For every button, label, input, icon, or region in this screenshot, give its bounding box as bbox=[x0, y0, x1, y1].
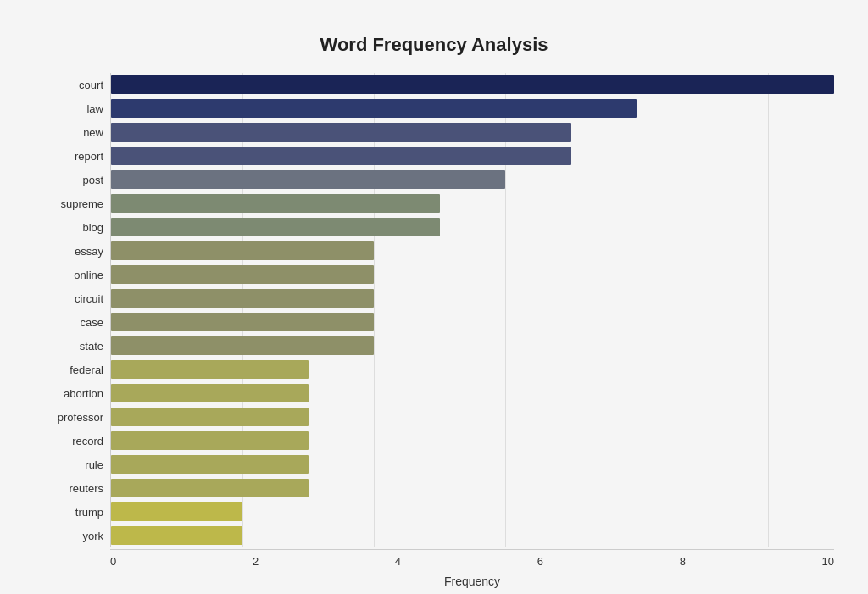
x-tick: 4 bbox=[395, 555, 401, 568]
x-tick: 10 bbox=[822, 555, 834, 568]
y-label: post bbox=[82, 168, 103, 192]
grid-line bbox=[242, 73, 243, 547]
bar bbox=[111, 455, 309, 474]
bar bbox=[111, 336, 374, 355]
x-axis-label: Frequency bbox=[110, 575, 834, 588]
bars-area bbox=[110, 73, 834, 547]
y-axis: courtlawnewreportpostsupremeblogessayonl… bbox=[34, 73, 110, 588]
x-tick: 8 bbox=[680, 555, 686, 568]
bar-row bbox=[111, 73, 834, 97]
y-label: professor bbox=[58, 405, 103, 429]
bar bbox=[111, 194, 440, 213]
bar bbox=[111, 360, 309, 379]
grid-lines bbox=[111, 73, 834, 547]
bar bbox=[111, 313, 374, 331]
bars-and-xaxis: 0246810 Frequency bbox=[110, 73, 834, 588]
chart-container: Word Frequency Analysis courtlawnewrepor… bbox=[17, 17, 851, 594]
y-label: online bbox=[74, 263, 103, 286]
bar bbox=[111, 526, 242, 545]
y-label: supreme bbox=[60, 192, 103, 215]
x-tick: 6 bbox=[537, 555, 543, 568]
y-label: essay bbox=[75, 239, 103, 263]
bar bbox=[111, 479, 309, 497]
bar bbox=[111, 408, 309, 426]
bar bbox=[111, 384, 309, 402]
y-label: trump bbox=[75, 500, 103, 524]
x-tick: 0 bbox=[110, 555, 116, 568]
bar bbox=[111, 147, 571, 165]
y-label: law bbox=[86, 97, 103, 120]
bar bbox=[111, 75, 834, 94]
bar bbox=[111, 241, 374, 260]
y-label: blog bbox=[82, 215, 103, 239]
bar bbox=[111, 123, 571, 142]
y-label: record bbox=[72, 429, 103, 452]
y-label: york bbox=[82, 524, 103, 547]
grid-line bbox=[374, 73, 375, 547]
bar bbox=[111, 170, 505, 189]
bar bbox=[111, 265, 374, 284]
grid-line bbox=[637, 73, 637, 547]
x-tick: 2 bbox=[253, 555, 259, 568]
y-label: report bbox=[75, 144, 103, 168]
bar bbox=[111, 431, 309, 450]
y-label: federal bbox=[70, 358, 103, 381]
bar bbox=[111, 289, 374, 308]
y-label: court bbox=[79, 73, 103, 97]
y-label: case bbox=[81, 310, 103, 334]
y-label: reuters bbox=[70, 476, 103, 500]
bar bbox=[111, 218, 440, 236]
chart-area: courtlawnewreportpostsupremeblogessayonl… bbox=[34, 73, 834, 588]
grid-line bbox=[768, 73, 769, 547]
grid-line bbox=[505, 73, 506, 547]
x-axis: 0246810 bbox=[110, 549, 834, 568]
y-label: circuit bbox=[75, 286, 103, 310]
bar bbox=[111, 99, 637, 118]
chart-title: Word Frequency Analysis bbox=[34, 34, 834, 56]
y-label: state bbox=[80, 334, 103, 358]
y-label: rule bbox=[85, 452, 103, 476]
y-label: abortion bbox=[64, 381, 103, 405]
y-label: new bbox=[83, 120, 103, 144]
bar bbox=[111, 502, 242, 521]
